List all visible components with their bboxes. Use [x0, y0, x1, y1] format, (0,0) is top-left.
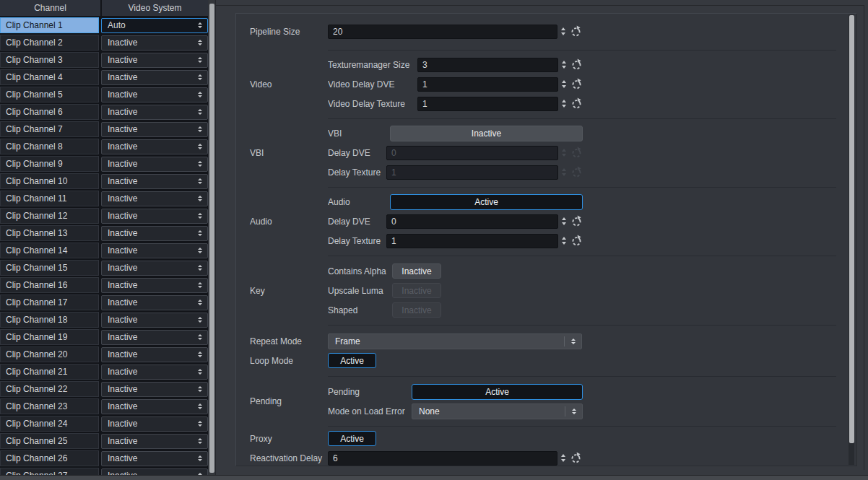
left-scrollbar-thumb[interactable] — [209, 4, 214, 473]
channel-cell[interactable]: Clip Channel 2 — [0, 35, 99, 51]
channel-cell[interactable]: Clip Channel 6 — [0, 104, 99, 120]
channel-cell[interactable]: Clip Channel 7 — [0, 121, 99, 137]
video-system-select[interactable]: Auto — [101, 18, 208, 33]
video-system-select[interactable]: Inactive — [101, 434, 208, 449]
video-system-select[interactable]: Inactive — [101, 278, 208, 293]
up-triangle-icon — [571, 339, 576, 341]
settings-region: Pipeline SizeVideoTexturemanager SizeVid… — [215, 0, 868, 480]
video-system-select[interactable]: Inactive — [101, 295, 208, 310]
number-stepper-icon[interactable] — [562, 61, 566, 69]
channel-cell[interactable]: Clip Channel 4 — [0, 69, 99, 85]
reset-icon[interactable] — [570, 452, 582, 464]
reset-icon[interactable] — [570, 235, 583, 247]
number-stepper-icon[interactable] — [562, 100, 566, 108]
video-system-select[interactable]: Inactive — [101, 399, 208, 414]
pending-toggle-button[interactable]: Active — [412, 384, 583, 400]
audio-delay-texture-input[interactable] — [386, 234, 558, 248]
video-system-select[interactable]: Inactive — [101, 365, 208, 380]
channel-cell[interactable]: Clip Channel 21 — [0, 364, 99, 380]
channel-cell[interactable]: Clip Channel 8 — [0, 139, 99, 154]
panel-scrollbar-thumb[interactable] — [849, 15, 854, 443]
reset-icon[interactable] — [570, 215, 583, 227]
channel-cell[interactable]: Clip Channel 11 — [0, 191, 99, 206]
loop-mode-button[interactable]: Active — [328, 353, 376, 368]
number-stepper-icon[interactable] — [562, 237, 566, 245]
video-system-select[interactable]: Inactive — [101, 347, 208, 362]
texturemanager-size-input[interactable] — [417, 58, 558, 72]
video-system-select[interactable]: Inactive — [101, 382, 208, 397]
contains-alpha-toggle-button[interactable]: Inactive — [392, 263, 441, 279]
panel-scrollbar[interactable] — [849, 14, 854, 465]
reset-icon — [570, 166, 583, 178]
mode-on-load-error-select[interactable]: None — [412, 403, 583, 419]
updown-arrows-icon — [198, 196, 202, 201]
channel-cell[interactable]: Clip Channel 23 — [0, 398, 99, 414]
video-system-select[interactable]: Inactive — [101, 87, 208, 102]
channel-cell[interactable]: Clip Channel 16 — [0, 277, 99, 293]
video-system-select[interactable]: Inactive — [101, 330, 208, 345]
channel-cell[interactable]: Clip Channel 13 — [0, 225, 99, 241]
channel-cell[interactable]: Clip Channel 22 — [0, 381, 99, 397]
video-delay-texture-input[interactable] — [417, 97, 558, 111]
number-stepper-icon[interactable] — [561, 454, 565, 462]
video-system-select[interactable]: Inactive — [101, 53, 208, 68]
channel-cell[interactable]: Clip Channel 26 — [0, 450, 99, 466]
vbi-toggle-button[interactable]: Inactive — [390, 126, 583, 141]
audio-toggle-button[interactable]: Active — [390, 194, 583, 210]
video-system-value: Inactive — [108, 453, 137, 463]
form-row-pipeline-size: Pipeline Size — [250, 22, 836, 41]
video-system-select[interactable]: Inactive — [101, 70, 208, 85]
video-system-select[interactable]: Inactive — [101, 261, 208, 276]
audio-delay-dve-input[interactable] — [386, 214, 558, 229]
reset-icon[interactable] — [570, 78, 583, 90]
channel-cell[interactable]: Clip Channel 24 — [0, 416, 99, 432]
number-stepper-icon[interactable] — [561, 27, 565, 35]
video-system-cell: Inactive — [101, 225, 208, 241]
video-system-select[interactable]: Inactive — [101, 226, 208, 241]
channel-cell[interactable]: Clip Channel 20 — [0, 346, 99, 362]
video-system-select[interactable]: Inactive — [101, 139, 208, 154]
video-system-select[interactable]: Inactive — [101, 243, 208, 258]
channel-cell[interactable]: Clip Channel 3 — [0, 52, 99, 68]
video-system-select[interactable]: Inactive — [101, 122, 208, 137]
updown-arrows-icon — [198, 248, 202, 253]
video-system-select[interactable]: Inactive — [101, 191, 208, 206]
channel-cell[interactable]: Clip Channel 25 — [0, 433, 99, 449]
reactivation-delay-input[interactable] — [328, 451, 557, 466]
video-system-select[interactable]: Inactive — [101, 313, 208, 328]
video-system-select[interactable]: Inactive — [101, 209, 208, 224]
video-system-select[interactable]: Inactive — [101, 157, 208, 172]
video-system-select[interactable]: Inactive — [101, 451, 208, 466]
channel-cell[interactable]: Clip Channel 19 — [0, 329, 99, 345]
table-row: Clip Channel 19Inactive — [0, 328, 208, 345]
video-system-select[interactable]: Inactive — [101, 35, 208, 51]
channel-cell[interactable]: Clip Channel 5 — [0, 87, 99, 102]
updown-arrows-icon — [198, 282, 202, 288]
proxy-toggle-button[interactable]: Active — [328, 431, 376, 446]
channel-cell[interactable]: Clip Channel 9 — [0, 156, 99, 172]
form-row-vbi-delay-texture: Delay Texture — [328, 162, 836, 182]
channel-cell[interactable]: Clip Channel 18 — [0, 312, 99, 328]
video-system-select[interactable]: Inactive — [101, 416, 208, 432]
channel-cell[interactable]: Clip Channel 15 — [0, 260, 99, 276]
video-system-select[interactable]: Inactive — [101, 105, 208, 120]
video-system-select[interactable]: Inactive — [101, 174, 208, 189]
reset-icon[interactable] — [570, 58, 583, 71]
reset-icon[interactable] — [570, 25, 582, 38]
table-row: Clip Channel 26Inactive — [0, 449, 208, 466]
number-stepper-icon[interactable] — [562, 80, 566, 88]
repeat-mode-select[interactable]: Frame — [328, 333, 582, 349]
channel-cell[interactable]: Clip Channel 14 — [0, 243, 99, 258]
field-label: Delay DVE — [328, 217, 386, 227]
channel-cell[interactable]: Clip Channel 12 — [0, 208, 99, 224]
channel-cell[interactable]: Clip Channel 17 — [0, 294, 99, 310]
left-scrollbar[interactable] — [209, 0, 214, 480]
channel-cell[interactable]: Clip Channel 1 — [0, 17, 99, 33]
video-system-cell: Inactive — [101, 312, 208, 328]
pipeline-size-input[interactable] — [328, 25, 557, 39]
reset-icon[interactable] — [570, 97, 583, 110]
channel-cell[interactable]: Clip Channel 10 — [0, 173, 99, 189]
up-triangle-icon — [198, 161, 202, 163]
video-delay-dve-input[interactable] — [417, 77, 558, 92]
number-stepper-icon[interactable] — [562, 217, 566, 225]
